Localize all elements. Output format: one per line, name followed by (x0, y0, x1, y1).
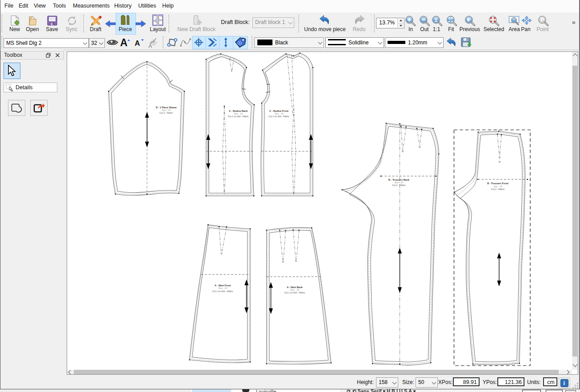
svg-text:Cut 2 - Fabric: Cut 2 - Fabric (392, 184, 406, 186)
svg-text:A: A (135, 39, 140, 47)
svg-text:C - Bodice Front: C - Bodice Front (269, 110, 288, 112)
svg-text:A: A (120, 37, 128, 48)
svg-text:Cut 1 on fold - Fabric: Cut 1 on fold - Fabric (228, 115, 249, 118)
svg-text:Size - 34: Size - 34 (218, 287, 227, 289)
svg-text:Cut 1 on fold - Fabric: Cut 1 on fold - Fabric (212, 290, 233, 293)
svg-text:Cut 2 - Fabric: Cut 2 - Fabric (491, 188, 505, 190)
svg-text:A: A (148, 43, 152, 49)
svg-text:Size - 34: Size - 34 (290, 289, 299, 291)
svg-text:Cut 1 on fold - Fabric: Cut 1 on fold - Fabric (268, 115, 289, 118)
svg-text:A - Skirt Back: A - Skirt Back (287, 286, 303, 289)
svg-text:D - 1 Piece Sleeve: D - 1 Piece Sleeve (156, 106, 177, 109)
svg-text:B - Trousers Back: B - Trousers Back (388, 178, 410, 181)
svg-text:Size - 34: Size - 34 (275, 112, 284, 115)
svg-text:1: 1 (435, 17, 438, 23)
svg-text:C - Bodice Back: C - Bodice Back (229, 110, 248, 112)
svg-text:Size - 34: Size - 34 (493, 185, 502, 188)
svg-text:Size - 34: Size - 34 (395, 181, 404, 184)
svg-text:A - Skirt Front: A - Skirt Front (215, 284, 231, 287)
svg-text:P: P (540, 17, 544, 23)
svg-text:Size - 34: Size - 34 (162, 109, 171, 111)
svg-text:Cut 1 on fold - Fabric: Cut 1 on fold - Fabric (284, 291, 305, 294)
svg-text:Size - 34: Size - 34 (234, 112, 243, 115)
svg-text:B - Trousers Front: B - Trousers Front (487, 182, 508, 185)
svg-text:Cut 2 - Fabric: Cut 2 - Fabric (160, 111, 173, 114)
